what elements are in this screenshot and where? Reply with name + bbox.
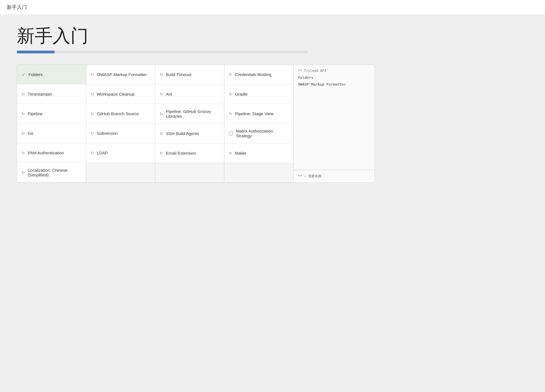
refresh-icon: ↻ (22, 151, 25, 155)
plugin-name: OWASP Markup Formatter (97, 72, 147, 77)
list-item-empty (155, 163, 224, 183)
list-item[interactable]: ↻ PAM Authentication (17, 143, 86, 163)
plugin-columns: ✓ Folders ↻ Timestamper ↻ Pipeline ↻ Git… (17, 65, 293, 183)
list-item[interactable]: ↻ SSH Build Agents (155, 124, 224, 143)
list-item[interactable]: Matrix Authorization Strategy (224, 124, 293, 143)
side-panel: ** Trilead API Folders OWASP Markup Form… (293, 65, 375, 183)
check-icon: ✓ (22, 72, 26, 78)
plugin-name: Ant (166, 92, 172, 96)
list-item[interactable]: ↻ Build Timeout (155, 65, 224, 84)
plugin-name: PAM Authentication (28, 150, 64, 155)
list-item[interactable]: ↻ Gradle (224, 84, 293, 104)
plugin-name: Pipeline: Stage View (235, 111, 273, 116)
progress-bar-container (17, 51, 308, 53)
refresh-icon: ↻ (160, 92, 163, 96)
refresh-icon: ↻ (160, 131, 163, 136)
list-item[interactable]: ↻ Pipeline: GitHub Groovy Libraries (155, 104, 224, 124)
refresh-icon: ↻ (160, 72, 163, 77)
refresh-icon: ↻ (91, 131, 94, 136)
plugin-col-4: ↻ Credentials Binding ↻ Gradle ↻ Pipelin… (224, 65, 293, 183)
plugin-name: Git (28, 131, 33, 136)
list-item-empty (86, 163, 155, 182)
list-item[interactable]: ↻ Ant (155, 84, 224, 104)
refresh-icon: ↻ (229, 92, 232, 96)
refresh-icon: ↻ (91, 72, 94, 77)
plugin-name: GitHub Branch Source (97, 111, 139, 116)
plugin-name: Workspace Cleanup (97, 92, 135, 96)
plugin-col-1: ✓ Folders ↻ Timestamper ↻ Pipeline ↻ Git… (17, 65, 86, 183)
plugin-name: Folders (29, 72, 43, 77)
plugin-name: Pipeline (28, 111, 43, 116)
list-item[interactable]: ↻ Timestamper (17, 84, 86, 104)
plugin-name: Email Extension (166, 151, 196, 155)
plugin-name: Mailer (235, 151, 246, 155)
plugin-name: Matrix Authorization Strategy (236, 129, 289, 138)
list-item[interactable]: ↻ Git (17, 124, 86, 143)
top-bar: 新手入门 (0, 0, 545, 15)
refresh-icon: ↻ (22, 92, 25, 96)
list-item[interactable]: ↻ Email Extension (155, 143, 224, 163)
plugin-name: Credentials Binding (235, 72, 271, 77)
list-item[interactable]: ↻ Credentials Binding (224, 65, 293, 84)
list-item[interactable]: ↻ Pipeline: Stage View (224, 104, 293, 124)
plugin-name: Localization: Chinese (Simplified) (28, 168, 81, 177)
refresh-icon: ↻ (229, 151, 232, 155)
list-item[interactable]: ↻ LDAP (86, 143, 155, 163)
list-item-empty (224, 163, 293, 183)
refresh-icon: ↻ (22, 170, 25, 175)
plugin-col-3: ↻ Build Timeout ↻ Ant ↻ Pipeline: GitHub… (155, 65, 224, 183)
refresh-icon: ↻ (91, 92, 94, 96)
side-panel-footer: ** – 需要依赖 (293, 170, 375, 183)
refresh-icon: ↻ (229, 112, 232, 116)
top-bar-title: 新手入门 (7, 4, 27, 10)
refresh-icon: ↻ (160, 112, 163, 116)
plugin-name: Pipeline: GitHub Groovy Libraries (166, 109, 220, 119)
list-item[interactable]: ↻ Pipeline (17, 104, 86, 124)
refresh-icon: ↻ (22, 112, 25, 116)
refresh-icon: ↻ (91, 112, 94, 116)
list-item[interactable]: ↻ Mailer (224, 143, 293, 163)
refresh-icon: ↻ (229, 72, 232, 77)
plugin-name: LDAP (97, 150, 108, 155)
plugin-name: Gradle (235, 92, 248, 96)
circle-icon (229, 131, 233, 136)
plugin-name: Subversion (97, 131, 118, 136)
list-item[interactable]: ↻ GitHub Branch Source (86, 104, 155, 124)
progress-bar-fill (17, 51, 55, 53)
list-item[interactable]: ↻ Localization: Chinese (Simplified) (17, 163, 86, 183)
plugin-name: Build Timeout (166, 72, 191, 77)
page-title: 新手入门 (17, 26, 528, 46)
list-item[interactable]: ↻ Workspace Cleanup (86, 84, 155, 104)
api-header: ** Trilead API (298, 69, 370, 73)
list-item[interactable]: ↻ OWASP Markup Formatter (86, 65, 155, 84)
list-item[interactable]: ✓ Folders (17, 65, 86, 84)
main-content: 新手入门 ✓ Folders ↻ Timestamper ↻ Pipeline (0, 15, 545, 392)
plugin-grid-wrapper: ✓ Folders ↻ Timestamper ↻ Pipeline ↻ Git… (17, 65, 375, 183)
plugin-name: SSH Build Agents (166, 131, 199, 136)
refresh-icon: ↻ (91, 151, 94, 155)
plugin-name: Timestamper (28, 92, 52, 96)
dep-item-1: Folders (298, 74, 370, 81)
plugin-col-2: ↻ OWASP Markup Formatter ↻ Workspace Cle… (86, 65, 155, 183)
refresh-icon: ↻ (160, 151, 163, 155)
refresh-icon: ↻ (22, 131, 25, 136)
list-item[interactable]: ↻ Subversion (86, 124, 155, 143)
dep-item-2: OWASP Markup Formatter (298, 81, 370, 88)
side-panel-content: ** Trilead API Folders OWASP Markup Form… (293, 65, 375, 170)
